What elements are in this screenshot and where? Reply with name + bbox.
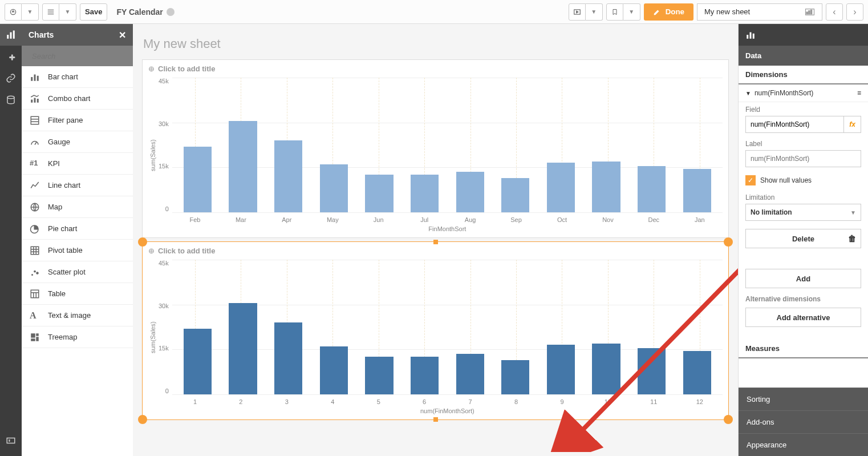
bar[interactable] bbox=[320, 346, 348, 394]
sorting-accordion[interactable]: Sorting bbox=[739, 388, 868, 410]
charts-panel-title: Charts bbox=[29, 30, 54, 39]
limitation-select[interactable]: No limitation ▼ bbox=[745, 204, 861, 221]
rail-data-button[interactable] bbox=[0, 89, 22, 111]
chart-1-ylabel: sum(Sales) bbox=[148, 78, 157, 233]
close-icon[interactable]: ✕ bbox=[119, 30, 126, 41]
chart-type-treemap[interactable]: Treemap bbox=[22, 326, 133, 348]
svg-rect-29 bbox=[36, 333, 39, 336]
svg-rect-3 bbox=[48, 13, 54, 14]
data-tab[interactable]: Data bbox=[739, 46, 868, 66]
chart-type-text-image[interactable]: AText & image bbox=[22, 305, 133, 326]
chart-type-filter-pane[interactable]: Filter pane bbox=[22, 110, 133, 131]
chevron-down-icon: ▼ bbox=[745, 90, 751, 96]
chart-2-title[interactable]: ⊕ Click to add title bbox=[143, 242, 728, 260]
bar[interactable] bbox=[501, 360, 529, 394]
svg-rect-9 bbox=[7, 35, 9, 39]
chart-1-title[interactable]: ⊕ Click to add title bbox=[143, 60, 728, 78]
chart-type-pivot-table[interactable]: Pivot table bbox=[22, 240, 133, 261]
bar[interactable] bbox=[274, 140, 302, 212]
sheet-name-display[interactable]: My new sheet bbox=[697, 3, 822, 21]
alternative-dimensions-label: Alternative dimensions bbox=[739, 293, 868, 303]
next-sheet-button[interactable]: › bbox=[846, 3, 863, 21]
menu-dropdown[interactable]: ▼ bbox=[59, 3, 76, 21]
bar[interactable] bbox=[184, 329, 212, 394]
navigation-menu-button[interactable] bbox=[5, 3, 22, 21]
bar[interactable] bbox=[365, 357, 393, 394]
bar[interactable] bbox=[683, 351, 711, 394]
play-button[interactable] bbox=[569, 3, 586, 21]
bar[interactable] bbox=[229, 303, 257, 394]
search-input[interactable] bbox=[32, 52, 128, 60]
chart-2[interactable]: ⊕ Click to add title sum(Sales) 45k30k15… bbox=[142, 241, 729, 420]
canvas: My new sheet ⊕ Click to add title sum(Sa… bbox=[133, 24, 738, 456]
chart-type-pie-chart[interactable]: Pie chart bbox=[22, 218, 133, 240]
field-input[interactable] bbox=[745, 116, 844, 133]
bar[interactable] bbox=[638, 348, 666, 394]
bar[interactable] bbox=[592, 344, 620, 394]
rail-variables-button[interactable] bbox=[0, 430, 22, 451]
add-alternative-button[interactable]: Add alternative bbox=[745, 308, 861, 327]
hamburger-icon[interactable]: ≡ bbox=[857, 89, 861, 97]
dimension-item[interactable]: ▼num(FinMonthSort) ≡ bbox=[739, 84, 868, 102]
bookmark-dropdown[interactable]: ▼ bbox=[623, 3, 640, 21]
add-dimension-button[interactable]: Add bbox=[745, 269, 861, 288]
charts-panel: Charts ✕ Bar chartCombo chartFilter pane… bbox=[22, 24, 133, 456]
addons-accordion[interactable]: Add-ons bbox=[739, 410, 868, 433]
show-null-checkbox[interactable]: ✓ Show null values bbox=[739, 171, 868, 190]
prev-sheet-button[interactable]: ‹ bbox=[826, 3, 843, 21]
bar[interactable] bbox=[411, 175, 439, 212]
rail-link-button[interactable] bbox=[0, 67, 22, 89]
bar[interactable] bbox=[320, 164, 348, 212]
done-button[interactable]: Done bbox=[644, 3, 693, 21]
fx-button[interactable]: fx bbox=[844, 116, 861, 133]
svg-rect-8 bbox=[811, 10, 812, 14]
bar[interactable] bbox=[365, 175, 393, 212]
label-label: Label bbox=[745, 140, 861, 148]
rail-charts-button[interactable] bbox=[0, 24, 22, 46]
play-dropdown[interactable]: ▼ bbox=[586, 3, 603, 21]
chart-1[interactable]: ⊕ Click to add title sum(Sales) 45k30k15… bbox=[142, 59, 729, 238]
chart-type-kpi[interactable]: #1KPI bbox=[22, 153, 133, 175]
search-box[interactable] bbox=[22, 46, 133, 66]
checkbox-checked-icon: ✓ bbox=[745, 175, 756, 185]
sheet-title[interactable]: My new sheet bbox=[143, 37, 729, 51]
save-button[interactable]: Save bbox=[80, 3, 107, 21]
bar[interactable] bbox=[456, 354, 484, 394]
chart-type-gauge[interactable]: Gauge bbox=[22, 131, 133, 153]
delete-button[interactable]: Delete 🗑 bbox=[745, 229, 861, 248]
svg-rect-17 bbox=[37, 75, 39, 80]
bar[interactable] bbox=[683, 169, 711, 212]
bar[interactable] bbox=[184, 147, 212, 212]
chart-2-xlabel: num(FinMonthSort) bbox=[172, 405, 723, 415]
bar[interactable] bbox=[229, 121, 257, 212]
chart-type-bar-chart[interactable]: Bar chart bbox=[22, 66, 133, 88]
appearance-accordion[interactable]: Appearance bbox=[739, 433, 868, 456]
bar[interactable] bbox=[274, 322, 302, 394]
navigation-menu-dropdown[interactable]: ▼ bbox=[22, 3, 39, 21]
svg-rect-34 bbox=[750, 33, 752, 39]
bookmark-button[interactable] bbox=[606, 3, 623, 21]
svg-rect-7 bbox=[809, 10, 810, 14]
menu-button[interactable] bbox=[42, 3, 59, 21]
svg-rect-35 bbox=[753, 34, 755, 39]
svg-rect-15 bbox=[31, 77, 33, 81]
bar[interactable] bbox=[638, 166, 666, 212]
bar[interactable] bbox=[592, 162, 620, 212]
rail-extensions-button[interactable] bbox=[0, 46, 22, 67]
app-status-icon bbox=[167, 8, 175, 16]
bar[interactable] bbox=[456, 172, 484, 212]
chart-type-map[interactable]: Map bbox=[22, 196, 133, 218]
chart-type-combo-chart[interactable]: Combo chart bbox=[22, 88, 133, 110]
svg-rect-23 bbox=[31, 247, 39, 255]
chart-type-line-chart[interactable]: Line chart bbox=[22, 175, 133, 196]
chart-type-scatter-plot[interactable]: Scatter plot bbox=[22, 261, 133, 283]
bar[interactable] bbox=[411, 357, 439, 394]
limitation-label: Limitation bbox=[745, 193, 861, 201]
label-input[interactable] bbox=[745, 150, 861, 167]
bar[interactable] bbox=[501, 178, 529, 212]
bar[interactable] bbox=[547, 163, 575, 212]
chart-type-table[interactable]: Table bbox=[22, 283, 133, 305]
svg-rect-13 bbox=[7, 438, 15, 443]
sheet-icon bbox=[805, 8, 815, 16]
bar[interactable] bbox=[547, 345, 575, 394]
